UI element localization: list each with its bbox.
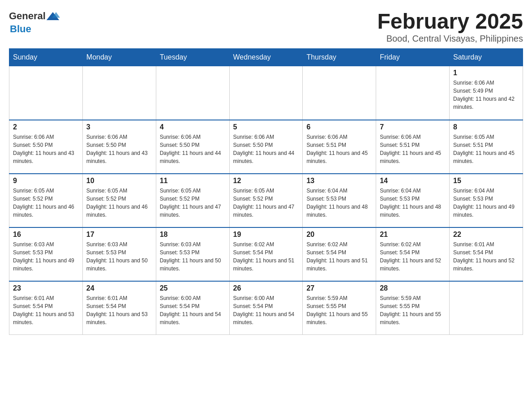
page-header: General Blue February 2025 Bood, Central… bbox=[9, 9, 523, 44]
day-number: 3 bbox=[86, 123, 152, 131]
calendar-week-row: 16Sunrise: 6:03 AM Sunset: 5:53 PM Dayli… bbox=[9, 227, 523, 281]
day-number: 13 bbox=[306, 177, 372, 185]
day-info: Sunrise: 6:05 AM Sunset: 5:51 PM Dayligh… bbox=[453, 133, 519, 165]
day-info: Sunrise: 6:05 AM Sunset: 5:52 PM Dayligh… bbox=[86, 187, 152, 219]
title-section: February 2025 Bood, Central Visayas, Phi… bbox=[377, 9, 523, 44]
header-sunday: Sunday bbox=[9, 49, 83, 66]
table-row: 13Sunrise: 6:04 AM Sunset: 5:53 PM Dayli… bbox=[303, 174, 376, 227]
calendar-week-row: 9Sunrise: 6:05 AM Sunset: 5:52 PM Daylig… bbox=[9, 174, 523, 227]
day-number: 10 bbox=[86, 177, 152, 185]
day-number: 5 bbox=[233, 123, 299, 131]
day-number: 19 bbox=[233, 231, 299, 239]
day-number: 23 bbox=[13, 284, 79, 292]
table-row: 26Sunrise: 6:00 AM Sunset: 5:54 PM Dayli… bbox=[229, 281, 303, 335]
day-number: 9 bbox=[13, 177, 79, 185]
day-info: Sunrise: 6:06 AM Sunset: 5:49 PM Dayligh… bbox=[453, 79, 519, 111]
calendar-subtitle: Bood, Central Visayas, Philippines bbox=[377, 34, 523, 44]
day-info: Sunrise: 6:05 AM Sunset: 5:52 PM Dayligh… bbox=[160, 187, 226, 219]
day-info: Sunrise: 6:06 AM Sunset: 5:51 PM Dayligh… bbox=[306, 133, 372, 165]
day-number: 17 bbox=[86, 231, 152, 239]
day-info: Sunrise: 6:00 AM Sunset: 5:54 PM Dayligh… bbox=[233, 294, 299, 326]
table-row bbox=[450, 281, 523, 335]
day-info: Sunrise: 6:05 AM Sunset: 5:52 PM Dayligh… bbox=[233, 187, 299, 219]
table-row bbox=[303, 66, 376, 120]
day-number: 25 bbox=[160, 284, 226, 292]
day-info: Sunrise: 6:01 AM Sunset: 5:54 PM Dayligh… bbox=[13, 294, 79, 326]
header-tuesday: Tuesday bbox=[156, 49, 229, 66]
day-number: 1 bbox=[453, 69, 519, 77]
day-info: Sunrise: 6:05 AM Sunset: 5:52 PM Dayligh… bbox=[13, 187, 79, 219]
day-info: Sunrise: 6:03 AM Sunset: 5:53 PM Dayligh… bbox=[86, 240, 152, 273]
day-info: Sunrise: 6:04 AM Sunset: 5:53 PM Dayligh… bbox=[380, 187, 446, 219]
table-row: 1Sunrise: 6:06 AM Sunset: 5:49 PM Daylig… bbox=[450, 66, 523, 120]
table-row: 6Sunrise: 6:06 AM Sunset: 5:51 PM Daylig… bbox=[303, 120, 376, 174]
table-row: 19Sunrise: 6:02 AM Sunset: 5:54 PM Dayli… bbox=[229, 227, 303, 281]
day-number: 12 bbox=[233, 177, 299, 185]
day-number: 21 bbox=[380, 231, 446, 239]
day-info: Sunrise: 6:01 AM Sunset: 5:54 PM Dayligh… bbox=[453, 240, 519, 273]
day-number: 28 bbox=[380, 284, 446, 292]
day-number: 2 bbox=[13, 123, 79, 131]
day-info: Sunrise: 6:06 AM Sunset: 5:51 PM Dayligh… bbox=[380, 133, 446, 165]
day-info: Sunrise: 6:06 AM Sunset: 5:50 PM Dayligh… bbox=[13, 133, 79, 165]
table-row: 3Sunrise: 6:06 AM Sunset: 5:50 PM Daylig… bbox=[82, 120, 156, 174]
day-number: 15 bbox=[453, 177, 519, 185]
header-saturday: Saturday bbox=[450, 49, 523, 66]
table-row: 21Sunrise: 6:02 AM Sunset: 5:54 PM Dayli… bbox=[376, 227, 450, 281]
day-info: Sunrise: 6:02 AM Sunset: 5:54 PM Dayligh… bbox=[306, 240, 372, 273]
day-info: Sunrise: 6:04 AM Sunset: 5:53 PM Dayligh… bbox=[453, 187, 519, 219]
day-number: 18 bbox=[160, 231, 226, 239]
header-wednesday: Wednesday bbox=[229, 49, 303, 66]
day-info: Sunrise: 6:04 AM Sunset: 5:53 PM Dayligh… bbox=[306, 187, 372, 219]
table-row: 20Sunrise: 6:02 AM Sunset: 5:54 PM Dayli… bbox=[303, 227, 376, 281]
day-info: Sunrise: 6:02 AM Sunset: 5:54 PM Dayligh… bbox=[233, 240, 299, 273]
table-row bbox=[156, 66, 229, 120]
calendar-header-row: Sunday Monday Tuesday Wednesday Thursday… bbox=[9, 49, 523, 66]
day-number: 20 bbox=[306, 231, 372, 239]
day-number: 26 bbox=[233, 284, 299, 292]
header-friday: Friday bbox=[376, 49, 450, 66]
table-row: 23Sunrise: 6:01 AM Sunset: 5:54 PM Dayli… bbox=[9, 281, 83, 335]
table-row: 2Sunrise: 6:06 AM Sunset: 5:50 PM Daylig… bbox=[9, 120, 83, 174]
table-row: 7Sunrise: 6:06 AM Sunset: 5:51 PM Daylig… bbox=[376, 120, 450, 174]
table-row bbox=[229, 66, 303, 120]
header-monday: Monday bbox=[82, 49, 156, 66]
day-number: 24 bbox=[86, 284, 152, 292]
day-info: Sunrise: 6:01 AM Sunset: 5:54 PM Dayligh… bbox=[86, 294, 152, 326]
table-row: 11Sunrise: 6:05 AM Sunset: 5:52 PM Dayli… bbox=[156, 174, 229, 227]
table-row: 15Sunrise: 6:04 AM Sunset: 5:53 PM Dayli… bbox=[450, 174, 523, 227]
table-row: 28Sunrise: 5:59 AM Sunset: 5:55 PM Dayli… bbox=[376, 281, 450, 335]
day-number: 8 bbox=[453, 123, 519, 131]
calendar-title: February 2025 bbox=[377, 9, 523, 34]
day-number: 27 bbox=[306, 284, 372, 292]
day-number: 14 bbox=[380, 177, 446, 185]
day-number: 7 bbox=[380, 123, 446, 131]
day-info: Sunrise: 5:59 AM Sunset: 5:55 PM Dayligh… bbox=[306, 294, 372, 326]
calendar-week-row: 1Sunrise: 6:06 AM Sunset: 5:49 PM Daylig… bbox=[9, 66, 523, 120]
table-row: 16Sunrise: 6:03 AM Sunset: 5:53 PM Dayli… bbox=[9, 227, 83, 281]
table-row: 22Sunrise: 6:01 AM Sunset: 5:54 PM Dayli… bbox=[450, 227, 523, 281]
day-info: Sunrise: 6:06 AM Sunset: 5:50 PM Dayligh… bbox=[233, 133, 299, 165]
header-thursday: Thursday bbox=[303, 49, 376, 66]
day-info: Sunrise: 6:06 AM Sunset: 5:50 PM Dayligh… bbox=[86, 133, 152, 165]
table-row bbox=[82, 66, 156, 120]
table-row: 9Sunrise: 6:05 AM Sunset: 5:52 PM Daylig… bbox=[9, 174, 83, 227]
table-row: 25Sunrise: 6:00 AM Sunset: 5:54 PM Dayli… bbox=[156, 281, 229, 335]
day-info: Sunrise: 6:06 AM Sunset: 5:50 PM Dayligh… bbox=[160, 133, 226, 165]
logo-blue-text: Blue bbox=[10, 23, 31, 35]
calendar-week-row: 23Sunrise: 6:01 AM Sunset: 5:54 PM Dayli… bbox=[9, 281, 523, 335]
calendar-table: Sunday Monday Tuesday Wednesday Thursday… bbox=[9, 48, 523, 335]
table-row: 24Sunrise: 6:01 AM Sunset: 5:54 PM Dayli… bbox=[82, 281, 156, 335]
table-row: 12Sunrise: 6:05 AM Sunset: 5:52 PM Dayli… bbox=[229, 174, 303, 227]
table-row: 17Sunrise: 6:03 AM Sunset: 5:53 PM Dayli… bbox=[82, 227, 156, 281]
table-row: 27Sunrise: 5:59 AM Sunset: 5:55 PM Dayli… bbox=[303, 281, 376, 335]
logo: General Blue bbox=[9, 9, 60, 35]
table-row: 8Sunrise: 6:05 AM Sunset: 5:51 PM Daylig… bbox=[450, 120, 523, 174]
logo-general-text: General bbox=[9, 10, 46, 22]
table-row: 5Sunrise: 6:06 AM Sunset: 5:50 PM Daylig… bbox=[229, 120, 303, 174]
day-number: 22 bbox=[453, 231, 519, 239]
day-info: Sunrise: 6:00 AM Sunset: 5:54 PM Dayligh… bbox=[160, 294, 226, 326]
day-number: 11 bbox=[160, 177, 226, 185]
logo-icon bbox=[46, 9, 60, 23]
day-info: Sunrise: 6:03 AM Sunset: 5:53 PM Dayligh… bbox=[13, 240, 79, 273]
